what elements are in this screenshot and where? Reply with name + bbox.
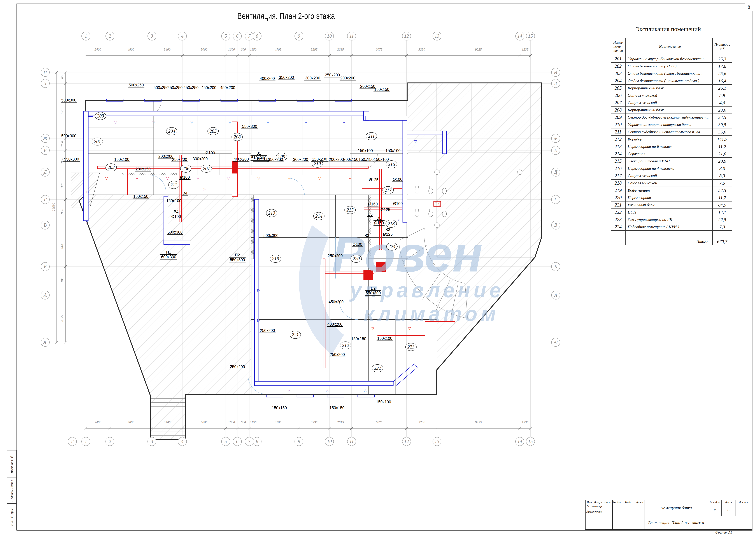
page-title: Вентиляция. План 2-ого этажа (235, 11, 337, 21)
explication-row: 223Зам . управляющего по РБ22,5 (611, 216, 732, 223)
stamp-empty (622, 519, 635, 524)
stamp-empty (603, 519, 613, 524)
margin-cell-inv: Инв. № ориг. (7, 504, 17, 530)
stamp-podp: Подп. (622, 500, 635, 504)
stamp-empty (635, 504, 644, 509)
stamp-empty (612, 524, 622, 530)
explication-row: 214Серверная21,0 (611, 150, 732, 157)
stamp-data: Дата (635, 500, 644, 504)
explication-row: 222ЦОП14,1 (611, 209, 732, 216)
stamp-empty (622, 509, 635, 514)
stamp-doc-title: Вентиляция. План 2-ого этажа (644, 516, 708, 530)
stamp-sheets-header: Листов (735, 500, 752, 504)
explication-row: 202Отдел безопасности ( ТСО )17,6 (611, 63, 732, 70)
stamp-empty (603, 509, 613, 514)
stamp-org-cell (708, 516, 752, 530)
stamp-sheet-value: 6 (721, 504, 736, 516)
explication-row: 208Корпоративный блок23,6 (611, 106, 732, 114)
explication-row: 205Корпоративный блок26,1 (611, 85, 732, 92)
explication-row: 206Санузел мужской5,9 (611, 92, 732, 99)
stamp-empty (603, 504, 613, 509)
explication-row: 210Управление защиты интересов банка39,5 (611, 121, 732, 128)
explication-row: 220Переговорная11,7 (611, 194, 732, 201)
explication-row: 201Управление внутрибанковской безопасно… (611, 55, 732, 63)
stamp-empty (622, 514, 635, 519)
format-note: Формат А1 (716, 530, 732, 534)
explication-row: 224Подсобное помещение ( КУИ )7,3 (611, 223, 732, 230)
stamp-ndok: № док. (612, 500, 622, 504)
watermark-word-2: управление (350, 279, 504, 302)
explication-header-row: Номер поме - щения Наименование Площадь … (611, 38, 732, 55)
title-block: Изм. Кол.уч. Лист № док. Подп. Дата Гл. … (585, 500, 752, 530)
stamp-koluch: Кол.уч. (594, 500, 603, 504)
explication-total-row: Итого :670,7 (611, 238, 732, 245)
watermark-word-3: климатом (364, 302, 499, 326)
stamp-sheets-value (735, 504, 752, 516)
stamp-empty (622, 504, 635, 509)
stamp-empty (612, 509, 622, 514)
explication-row: 212Коридор141,7 (611, 136, 732, 143)
stamp-project: Помещения банка (644, 500, 708, 516)
stamp-empty (635, 519, 644, 524)
explication-row: 211Сектор судебного и исполнительного п … (611, 128, 732, 136)
stamp-empty (612, 519, 622, 524)
stamp-empty (603, 514, 613, 519)
stamp-empty (635, 509, 644, 514)
explication-table: Номер поме - щения Наименование Площадь … (611, 38, 732, 245)
stamp-empty (635, 524, 644, 530)
explication-row: 204Отдел безопасности ( начальник отдела… (611, 77, 732, 85)
explication-row: 213Переговорная на 6 человек11,2 (611, 143, 732, 150)
explication-row: 215Электрощитовая и ИБП20,9 (611, 157, 732, 165)
explication-row: 203Отдел безопасности ( экон . безопасно… (611, 70, 732, 77)
margin-cell-podpis: Подпись и дата (7, 478, 17, 504)
explication-row: 216Переговорная на 4 человека8,0 (611, 165, 732, 172)
header-name: Наименование (625, 38, 713, 55)
header-area: Площадь , м ² (713, 38, 732, 55)
explication-row: 217Санузел женский8,3 (611, 172, 732, 179)
drawing-sheet: Вентиляция. План 2-ого этажа 8 Формат А1… (0, 0, 756, 534)
stamp-stage-value: Р (708, 504, 722, 516)
explication-row: 207Санузел женский4,6 (611, 99, 732, 106)
watermark-word-1: Ровен (332, 225, 483, 283)
explication-row: 219Кофе -поинт57,3 (611, 187, 732, 194)
stamp-list: Лист (603, 500, 613, 504)
stamp-empty (585, 524, 603, 530)
explication-row: 209Сектор досудебного взыскания задолжен… (611, 114, 732, 121)
explication-row: 221Розничный блок84,5 (611, 201, 732, 209)
door-arcs-gray (146, 100, 377, 169)
explication-title: Экспликация помещений (635, 26, 701, 33)
margin-cell-vzam: Взам. инв. № (7, 450, 17, 478)
stamp-stage-header: Стадия (708, 500, 722, 504)
stamp-empty (585, 514, 603, 519)
stamp-empty (612, 504, 622, 509)
stamp-empty (635, 514, 644, 519)
stamp-empty (612, 514, 622, 519)
stamp-role-chief-engineer: Гл. инженер (585, 504, 603, 509)
stamp-empty (585, 519, 603, 524)
page-number-box: 8 (745, 3, 753, 12)
explication-empty-row (611, 230, 732, 238)
stamp-empty (622, 524, 635, 530)
stamp-role-architect: Архитектор (585, 509, 603, 514)
explication-row: 218Санузел мужской7,5 (611, 179, 732, 187)
header-room-number: Номер поме - щения (611, 38, 625, 55)
stamp-empty (603, 524, 613, 530)
stamp-izm: Изм. (585, 500, 594, 504)
stamp-sheet-header: Лист (721, 500, 736, 504)
